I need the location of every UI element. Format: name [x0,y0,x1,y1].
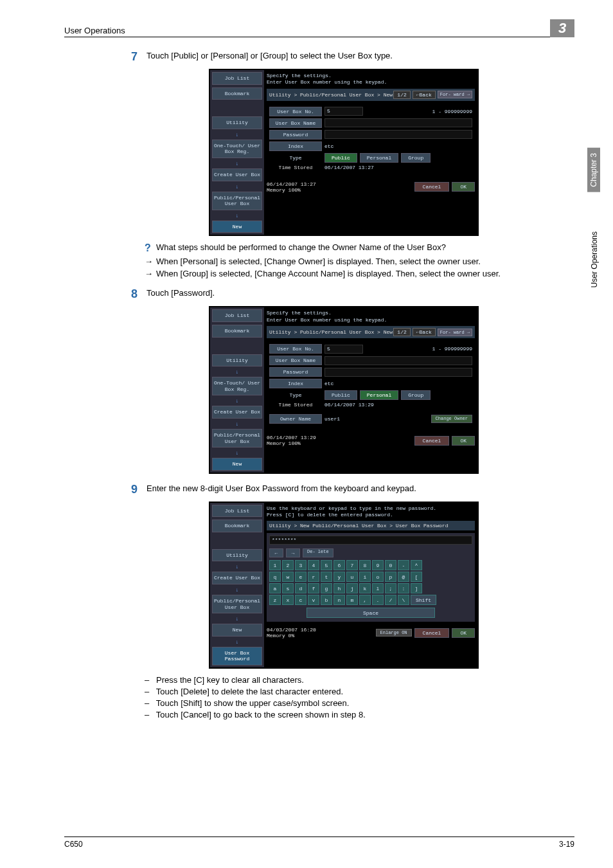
job-list-button[interactable]: Job List [212,505,262,518]
forward-button[interactable]: For- ward → [438,91,472,98]
key-4[interactable]: 4 [308,560,319,570]
key-t[interactable]: t [321,572,332,582]
key-2[interactable]: 2 [282,560,294,570]
userbox-name-label[interactable]: User Box Name [269,356,322,365]
type-public-button[interactable]: Public [324,153,357,163]
key-x[interactable]: x [282,595,294,605]
key-6[interactable]: 6 [333,560,345,570]
key-,[interactable]: , [359,595,371,605]
create-userbox-button[interactable]: Create User Box [212,406,262,419]
back-button[interactable]: ←Back [413,328,436,336]
key-y[interactable]: y [333,572,345,582]
enlarge-button[interactable]: Enlarge ON [376,629,412,637]
type-group-button[interactable]: Group [401,153,431,163]
key-g[interactable]: g [321,583,332,593]
key-/[interactable]: / [385,595,396,605]
delete-button[interactable]: De- lete [303,548,333,557]
new-button[interactable]: New [212,458,262,471]
key-w[interactable]: w [282,572,294,582]
key-.[interactable]: . [372,595,384,605]
public-personal-button[interactable]: Public/Personal User Box [212,429,262,448]
password-input[interactable]: ******** [269,536,472,545]
key-7[interactable]: 7 [346,560,358,570]
key-:[interactable]: : [398,583,409,593]
key-f[interactable]: f [308,583,319,593]
ok-button[interactable]: OK [452,182,475,192]
onetouch-button[interactable]: One-Touch/ User Box Reg. [212,377,262,395]
public-personal-button[interactable]: Public/Personal User Box [212,192,262,210]
bookmark-button[interactable]: Bookmark [212,520,262,532]
key-9[interactable]: 9 [372,560,384,570]
key-3[interactable]: 3 [295,560,306,570]
type-personal-button[interactable]: Personal [360,390,398,400]
space-key[interactable]: Space [306,608,435,618]
key-1[interactable]: 1 [269,560,281,570]
key-5[interactable]: 5 [321,560,332,570]
index-label[interactable]: Index [269,141,322,151]
key-u[interactable]: u [346,572,358,582]
new-button[interactable]: New [212,221,262,233]
utility-button[interactable]: Utility [212,354,262,367]
key-c[interactable]: c [295,595,306,605]
key-s[interactable]: s [282,583,294,593]
bookmark-button[interactable]: Bookmark [212,325,262,338]
key-][interactable]: ] [411,583,422,593]
type-public-button[interactable]: Public [324,390,357,400]
ok-button[interactable]: OK [452,628,475,638]
key-z[interactable]: z [269,595,281,605]
key-e[interactable]: e [295,572,306,582]
key-;[interactable]: ; [385,583,396,593]
utility-button[interactable]: Utility [212,116,262,129]
key-a[interactable]: a [269,583,281,593]
job-list-button[interactable]: Job List [212,309,262,322]
left-arrow-button[interactable]: ← [269,548,283,557]
key-8[interactable]: 8 [359,560,371,570]
key-h[interactable]: h [333,583,345,593]
job-list-button[interactable]: Job List [212,72,262,85]
cancel-button[interactable]: Cancel [414,628,450,638]
key-m[interactable]: m [346,595,358,605]
create-userbox-button[interactable]: Create User Box [212,572,262,584]
back-button[interactable]: ←Back [413,91,436,99]
shift-key[interactable]: Shift [411,595,436,605]
password-label[interactable]: Password [269,367,322,377]
index-label[interactable]: Index [269,379,322,388]
change-owner-button[interactable]: Change Owner [431,415,472,424]
key-o[interactable]: o [372,572,384,582]
ok-button[interactable]: OK [452,436,475,446]
key-v[interactable]: v [308,595,319,605]
key-l[interactable]: l [372,583,384,593]
key-i[interactable]: i [359,572,371,582]
key-p[interactable]: p [385,572,396,582]
userbox-name-label[interactable]: User Box Name [269,118,322,128]
right-arrow-button[interactable]: → [286,548,300,557]
cancel-button[interactable]: Cancel [414,182,450,192]
key-n[interactable]: n [333,595,345,605]
onetouch-button[interactable]: One-Touch/ User Box Reg. [212,140,262,158]
key-q[interactable]: q [269,572,281,582]
password-label[interactable]: Password [269,130,322,140]
forward-button[interactable]: For- ward → [438,329,472,336]
public-personal-button[interactable]: Public/Personal User Box [212,595,262,613]
key-j[interactable]: j [346,583,358,593]
type-group-button[interactable]: Group [401,390,431,400]
utility-button[interactable]: Utility [212,549,262,562]
userbox-no-label[interactable]: User Box No. [269,344,322,354]
userbox-no-label[interactable]: User Box No. [269,107,322,116]
key-d[interactable]: d [295,583,306,593]
key-0[interactable]: 0 [385,560,396,570]
new-button[interactable]: New [212,624,262,637]
key--[interactable]: - [398,560,409,570]
key-^[interactable]: ^ [411,560,422,570]
userbox-password-button[interactable]: User Box Password [212,647,262,665]
create-userbox-button[interactable]: Create User Box [212,168,262,181]
key-@[interactable]: @ [398,572,409,582]
key-r[interactable]: r [308,572,319,582]
key-\[interactable]: \ [398,595,409,605]
key-k[interactable]: k [359,583,371,593]
type-personal-button[interactable]: Personal [360,153,398,163]
bookmark-button[interactable]: Bookmark [212,87,262,100]
cancel-button[interactable]: Cancel [414,436,450,446]
key-[[interactable]: [ [411,572,422,582]
key-b[interactable]: b [321,595,332,605]
